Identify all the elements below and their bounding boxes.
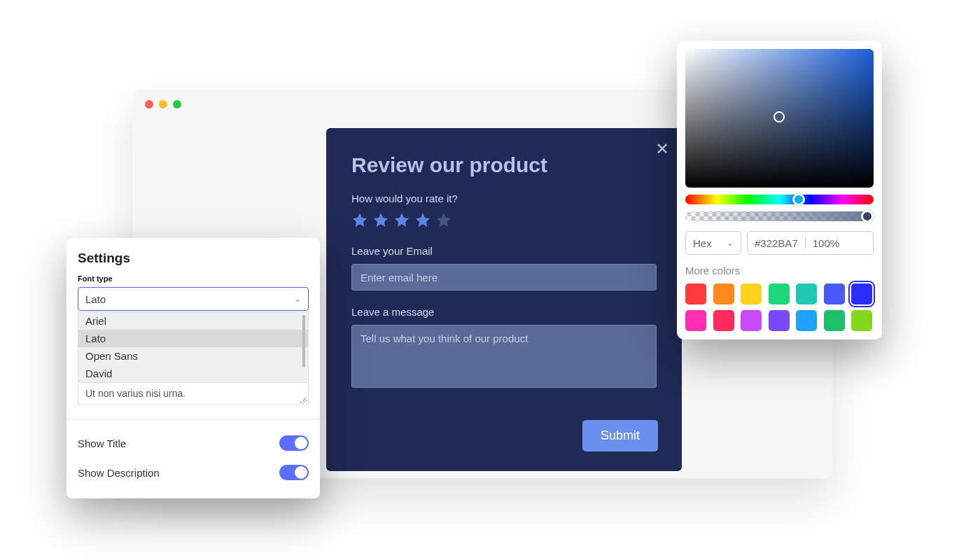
- message-field[interactable]: Tell us what you think of our product: [351, 325, 657, 388]
- font-selected-value: Lato: [85, 293, 106, 305]
- separator: [805, 237, 806, 249]
- hex-input-row[interactable]: #322BA7 100%: [747, 231, 874, 255]
- color-swatch[interactable]: [741, 284, 762, 304]
- color-swatch[interactable]: [741, 310, 762, 331]
- window-minimize-dot[interactable]: [159, 100, 167, 108]
- submit-label: Submit: [601, 428, 640, 442]
- show-title-label: Show Title: [78, 438, 126, 449]
- more-colors-label: More colors: [685, 265, 874, 276]
- email-label: Leave your Email: [351, 245, 657, 257]
- font-select[interactable]: Lato ⌄: [78, 287, 309, 311]
- font-option[interactable]: Ariel: [78, 312, 308, 330]
- color-swatch[interactable]: [769, 310, 790, 331]
- divider: [66, 419, 320, 420]
- alpha-value: 100%: [813, 237, 839, 249]
- settings-title: Settings: [78, 251, 309, 266]
- submit-button[interactable]: Submit: [582, 420, 658, 451]
- color-swatch[interactable]: [685, 284, 706, 304]
- hex-value: #322BA7: [755, 237, 798, 249]
- font-option[interactable]: David: [78, 365, 308, 382]
- alpha-slider[interactable]: [685, 211, 874, 221]
- star-icon[interactable]: [435, 211, 452, 228]
- star-icon[interactable]: [414, 211, 431, 228]
- color-swatch[interactable]: [824, 310, 845, 331]
- review-modal: ✕ Review our product How would you rate …: [326, 128, 682, 471]
- email-field[interactable]: Enter email here: [351, 264, 657, 290]
- show-title-row: Show Title: [78, 428, 309, 458]
- font-dropdown: Ariel Lato Open Sans David: [78, 312, 309, 383]
- preview-text: Ut non varius nisi urna.: [85, 388, 186, 399]
- show-title-toggle[interactable]: [279, 435, 309, 451]
- color-swatches: [685, 284, 874, 331]
- preview-text-box[interactable]: Ut non varius nisi urna.: [78, 383, 309, 405]
- color-swatch[interactable]: [851, 310, 872, 331]
- star-icon[interactable]: [393, 211, 410, 228]
- color-swatch[interactable]: [851, 284, 872, 304]
- resize-handle-icon[interactable]: [300, 396, 307, 403]
- font-option[interactable]: Open Sans: [78, 347, 308, 365]
- hue-slider[interactable]: [685, 195, 874, 204]
- color-swatch[interactable]: [769, 284, 790, 304]
- gradient-cursor[interactable]: [774, 111, 785, 122]
- star-rating[interactable]: [351, 211, 657, 228]
- color-swatch[interactable]: [713, 284, 734, 304]
- star-icon[interactable]: [372, 211, 389, 228]
- color-swatch[interactable]: [685, 310, 706, 331]
- color-mode-select[interactable]: Hex ⌄: [685, 231, 741, 255]
- color-swatch[interactable]: [824, 284, 845, 304]
- message-label: Leave a message: [351, 306, 657, 318]
- show-description-toggle[interactable]: [279, 465, 309, 480]
- chevron-down-icon: ⌄: [727, 238, 734, 248]
- color-mode-value: Hex: [693, 237, 712, 249]
- picker-inputs-row: Hex ⌄ #322BA7 100%: [685, 231, 874, 255]
- close-icon[interactable]: ✕: [655, 139, 669, 159]
- font-type-label: Font type: [78, 274, 309, 283]
- show-description-row: Show Description: [78, 458, 309, 487]
- email-placeholder: Enter email here: [360, 272, 438, 284]
- chevron-down-icon: ⌄: [294, 294, 301, 304]
- window-maximize-dot[interactable]: [173, 100, 181, 108]
- show-description-label: Show Description: [78, 467, 160, 479]
- color-gradient-canvas[interactable]: [685, 49, 874, 188]
- window-close-dot[interactable]: [145, 100, 153, 108]
- font-option[interactable]: Lato: [78, 330, 308, 347]
- color-swatch[interactable]: [796, 310, 817, 331]
- message-placeholder: Tell us what you think of our product: [360, 332, 528, 344]
- star-icon[interactable]: [351, 211, 368, 228]
- scrollbar[interactable]: [302, 315, 305, 368]
- color-swatch[interactable]: [796, 284, 817, 304]
- color-picker-panel: Hex ⌄ #322BA7 100% More colors: [677, 41, 882, 340]
- settings-panel: Settings Font type Lato ⌄ Ariel Lato Ope…: [66, 238, 320, 498]
- rate-label: How would you rate it?: [351, 192, 657, 204]
- alpha-cursor[interactable]: [861, 210, 874, 223]
- color-swatch[interactable]: [713, 310, 734, 331]
- review-title: Review our product: [351, 153, 657, 177]
- hue-cursor[interactable]: [792, 193, 805, 206]
